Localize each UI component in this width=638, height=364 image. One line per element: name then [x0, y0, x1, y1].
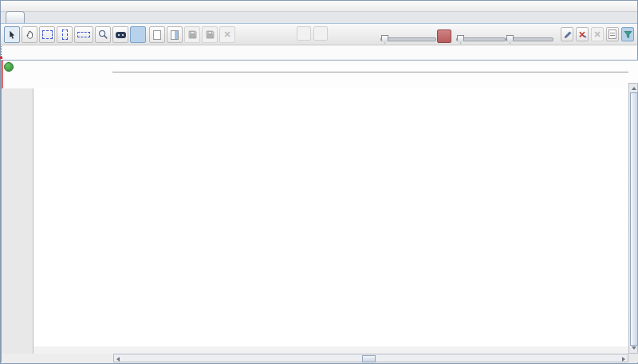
scroll-down-icon[interactable]: [632, 346, 636, 350]
dashed-row-icon: [77, 32, 90, 37]
filter-button[interactable]: [621, 27, 634, 41]
red-x-icon: [577, 29, 588, 40]
record-button[interactable]: [297, 26, 311, 41]
filter-funnel-icon: [623, 29, 633, 40]
tool-group-monitor: [297, 26, 328, 41]
blank-page-icon: [153, 30, 161, 40]
select-row-tool-button[interactable]: [74, 26, 93, 43]
stop-button[interactable]: [313, 26, 328, 41]
save-tags-as-button[interactable]: [202, 26, 218, 43]
dashed-rectangle-icon: [42, 30, 53, 39]
menu-bar: [1, 1, 637, 12]
save-as-icon: [205, 29, 215, 40]
dashed-column-icon: [62, 29, 68, 40]
time-scale-track[interactable]: [380, 37, 436, 41]
hypnogram-strip: [1, 45, 637, 60]
toolbar: ✕ ✕: [1, 23, 637, 45]
scrollbar-corner: [628, 354, 638, 362]
value-scale-thumb[interactable]: [457, 35, 464, 44]
bottom-left-spacer: [2, 354, 113, 362]
ruler-line: [112, 72, 628, 72]
channel-height-thumb[interactable]: [506, 35, 514, 44]
page-preview-icon: [608, 29, 616, 39]
value-scale-track[interactable]: [456, 37, 506, 41]
open-tag-document-button[interactable]: [167, 26, 183, 43]
channel-label-column: [2, 88, 33, 354]
close-tags-button[interactable]: ✕: [219, 26, 235, 43]
zoom-tool-button[interactable]: [95, 26, 111, 43]
signal-view-panel: [1, 60, 638, 362]
magnifier-icon: [97, 29, 109, 41]
measure-tool-button[interactable]: [112, 26, 128, 43]
hypnogram-position-marker: [1, 46, 2, 57]
vertical-scrollbar[interactable]: [628, 83, 638, 354]
new-tag-document-button[interactable]: [149, 26, 165, 43]
tool-group-tag-actions: ✕: [561, 27, 634, 41]
tab-inb05[interactable]: [6, 11, 25, 23]
tag-style-pencil-button[interactable]: [561, 27, 573, 41]
signal-plot[interactable]: [33, 88, 628, 346]
tab-bar: [1, 12, 637, 23]
pointer-tool-button[interactable]: [4, 26, 20, 43]
tag-preview-button[interactable]: [606, 27, 619, 41]
time-scale-slider[interactable]: [380, 25, 435, 45]
delete-tag-button[interactable]: [576, 27, 589, 41]
value-scale-slider[interactable]: [456, 25, 504, 45]
select-region-tool-button[interactable]: [39, 26, 55, 43]
tool-group-tags: ✕: [149, 26, 235, 43]
pointer-icon: [6, 29, 18, 41]
horizontal-scrollbar[interactable]: [113, 354, 628, 362]
ruler-cursor: [2, 61, 3, 88]
horizontal-scroll-thumb[interactable]: [362, 355, 376, 362]
scroll-up-icon[interactable]: [632, 87, 636, 90]
hand-icon: [24, 29, 36, 41]
time-scale-thumb[interactable]: [381, 35, 388, 44]
save-icon: [187, 29, 198, 40]
scroll-left-icon[interactable]: [116, 357, 120, 362]
add-tag-button[interactable]: [4, 62, 14, 72]
tool-group-select: [4, 26, 146, 43]
remove-tag-button[interactable]: ✕: [591, 27, 604, 41]
scroll-right-icon[interactable]: [622, 357, 625, 362]
vertical-scroll-thumb[interactable]: [630, 92, 638, 346]
hand-tool-button[interactable]: [22, 26, 37, 43]
app-window: ✕ ✕: [0, 0, 638, 364]
channel-height-track[interactable]: [506, 37, 553, 41]
select-column-tool-button[interactable]: [57, 26, 73, 43]
time-ruler[interactable]: [2, 61, 638, 88]
page-blue-icon: [171, 30, 179, 40]
channel-height-slider[interactable]: [506, 25, 552, 45]
fft-tool-button[interactable]: [130, 26, 146, 43]
fit-time-scale-button[interactable]: [437, 29, 451, 43]
close-x-icon: ✕: [223, 30, 230, 39]
pencil-icon: [562, 29, 573, 40]
ruler-icon: [116, 32, 126, 38]
gray-x-icon: ✕: [593, 30, 601, 39]
save-tags-button[interactable]: [184, 26, 200, 43]
